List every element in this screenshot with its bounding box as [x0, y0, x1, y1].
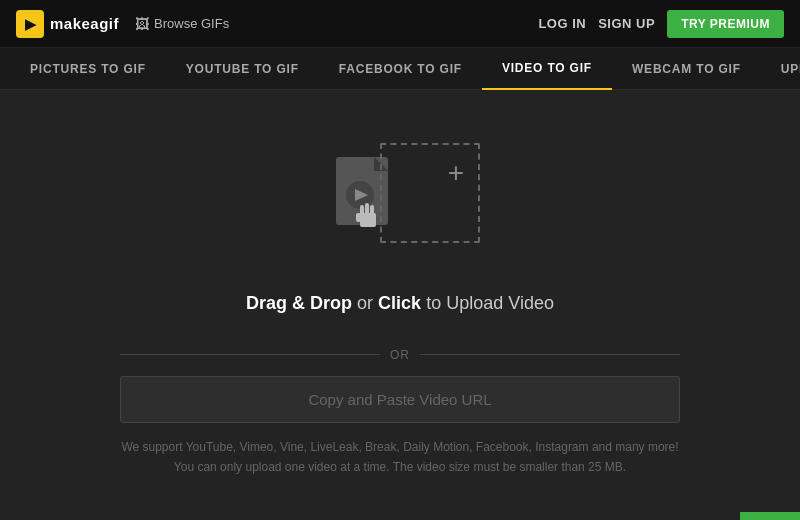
or-divider: OR — [120, 348, 680, 362]
support-text: We support YouTube, Vimeo, Vine, LiveLea… — [121, 437, 678, 478]
nav-item-webcam-to-gif[interactable]: WEBCAM TO GIF — [612, 48, 761, 90]
login-button[interactable]: LOG IN — [538, 16, 586, 31]
image-icon: 🖼 — [135, 16, 149, 32]
bottom-accent-bar — [740, 512, 800, 520]
browse-gifs-label: Browse GIFs — [154, 16, 229, 31]
header-left: ▶ makeagif 🖼 Browse GIFs — [16, 10, 229, 38]
header: ▶ makeagif 🖼 Browse GIFs LOG IN SIGN UP … — [0, 0, 800, 48]
try-premium-button[interactable]: TRY PREMIUM — [667, 10, 784, 38]
drag-drop-label: Drag & Drop — [246, 293, 352, 313]
support-line-2: You can only upload one video at a time.… — [121, 457, 678, 477]
logo[interactable]: ▶ makeagif — [16, 10, 119, 38]
url-input[interactable] — [120, 376, 680, 423]
svg-rect-9 — [356, 213, 361, 222]
header-right: LOG IN SIGN UP TRY PREMIUM — [538, 10, 784, 38]
divider-line-right — [420, 354, 680, 355]
browse-gifs-button[interactable]: 🖼 Browse GIFs — [135, 16, 229, 32]
plus-icon: + — [448, 159, 464, 187]
upload-drop-area[interactable]: + Drag & Drop or Click to Upload Video — [246, 143, 554, 328]
upload-illustration: + — [320, 143, 480, 273]
upload-suffix: to Upload Video — [421, 293, 554, 313]
or-label: OR — [390, 348, 410, 362]
or-connector: or — [352, 293, 378, 313]
divider-line-left — [120, 354, 380, 355]
signup-button[interactable]: SIGN UP — [598, 16, 655, 31]
nav-item-youtube-to-gif[interactable]: YOUTUBE TO GIF — [166, 48, 319, 90]
nav-item-pictures-to-gif[interactable]: PICTURES TO GIF — [10, 48, 166, 90]
nav-bar: PICTURES TO GIF YOUTUBE TO GIF FACEBOOK … — [0, 48, 800, 90]
url-input-wrapper — [120, 376, 680, 423]
nav-item-video-to-gif[interactable]: VIDEO TO GIF — [482, 48, 612, 90]
nav-item-facebook-to-gif[interactable]: FACEBOOK TO GIF — [319, 48, 482, 90]
svg-rect-8 — [370, 205, 374, 217]
svg-rect-7 — [365, 203, 369, 216]
main-content: + Drag & Drop or Click to Upload Video O… — [0, 90, 800, 520]
logo-text: makeagif — [50, 15, 119, 32]
click-label: Click — [378, 293, 421, 313]
logo-icon: ▶ — [16, 10, 44, 38]
upload-prompt-text: Drag & Drop or Click to Upload Video — [246, 293, 554, 314]
nav-item-upload-a-gif[interactable]: UPLOAD A GIF — [761, 48, 800, 90]
dashed-border: + — [380, 143, 480, 243]
support-line-1: We support YouTube, Vimeo, Vine, LiveLea… — [121, 437, 678, 457]
